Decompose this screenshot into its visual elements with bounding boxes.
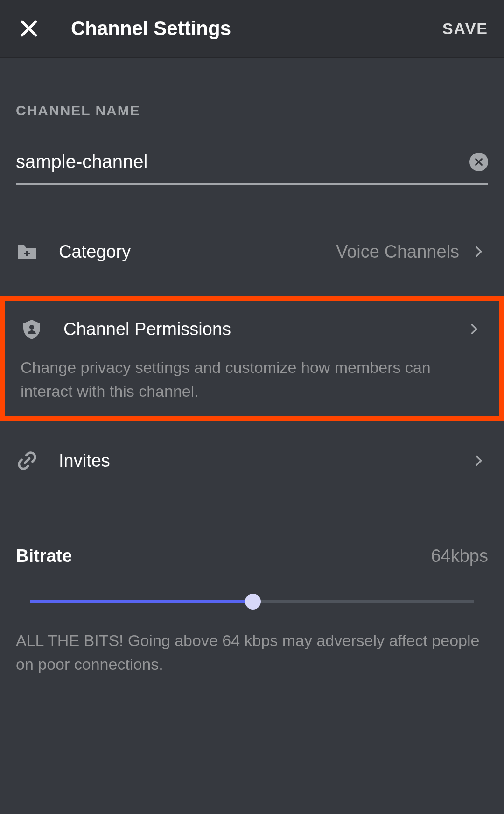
- svg-point-0: [29, 325, 34, 330]
- permissions-highlight: Channel Permissions Change privacy setti…: [0, 296, 504, 421]
- link-icon: [16, 450, 38, 471]
- bitrate-description: ALL THE BITS! Going above 64 kbps may ad…: [16, 629, 488, 676]
- invites-row[interactable]: Invites: [16, 426, 488, 496]
- save-button[interactable]: SAVE: [442, 20, 488, 38]
- category-row[interactable]: Category Voice Channels: [16, 217, 488, 287]
- category-value: Voice Channels: [336, 242, 459, 262]
- close-button[interactable]: [16, 15, 42, 42]
- permissions-label: Channel Permissions: [63, 319, 231, 339]
- channel-name-label: CHANNEL NAME: [16, 103, 488, 119]
- channel-name-field[interactable]: [16, 151, 488, 185]
- bitrate-value: 64kbps: [431, 546, 488, 566]
- channel-permissions-row[interactable]: Channel Permissions: [21, 309, 483, 349]
- category-label: Category: [59, 242, 131, 262]
- bitrate-section: Bitrate 64kbps ALL THE BITS! Going above…: [16, 546, 488, 676]
- chevron-right-icon: [465, 320, 483, 338]
- slider-fill: [30, 600, 253, 603]
- chevron-right-icon: [469, 451, 488, 470]
- x-icon: [474, 157, 484, 167]
- shield-user-icon: [21, 318, 43, 340]
- close-icon: [19, 18, 39, 39]
- slider-thumb[interactable]: [245, 594, 261, 610]
- bitrate-label: Bitrate: [16, 546, 72, 566]
- folder-add-icon: [16, 240, 38, 263]
- permissions-description: Change privacy settings and customize ho…: [21, 356, 483, 403]
- chevron-right-icon: [469, 242, 488, 261]
- invites-label: Invites: [59, 451, 110, 471]
- bitrate-slider[interactable]: [16, 588, 488, 616]
- page-title: Channel Settings: [71, 17, 231, 40]
- channel-name-input[interactable]: [16, 151, 469, 172]
- header: Channel Settings SAVE: [0, 0, 504, 58]
- clear-name-button[interactable]: [469, 153, 488, 171]
